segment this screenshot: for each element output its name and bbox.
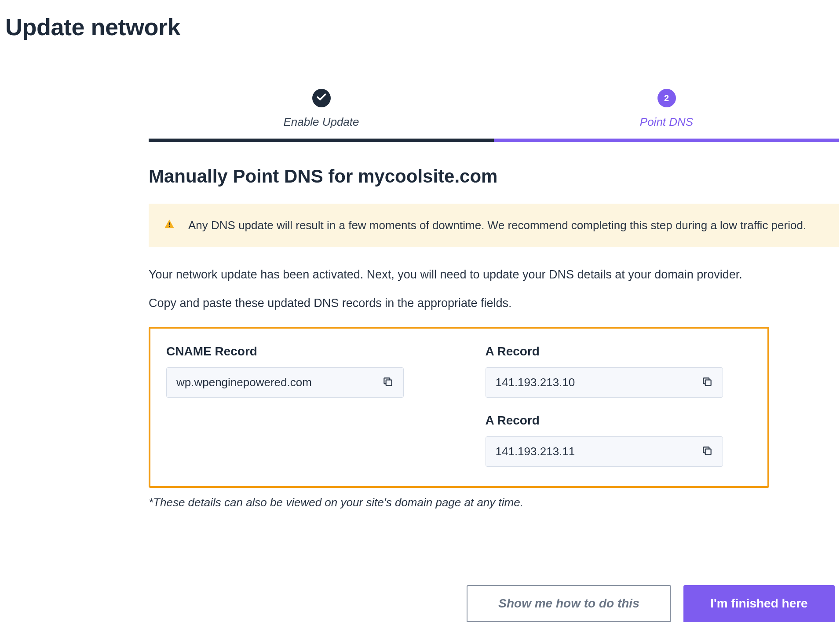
footnote: *These details can also be viewed on you… bbox=[149, 496, 839, 509]
records-col-right: A Record 141.193.213.10 A Record 141.193… bbox=[486, 344, 752, 467]
a-record-2-field: 141.193.213.11 bbox=[486, 436, 723, 467]
step-active-circle: 2 bbox=[657, 89, 676, 107]
step-label-point-dns: Point DNS bbox=[494, 115, 839, 129]
copy-icon bbox=[701, 376, 713, 389]
warning-text: Any DNS update will result in a few mome… bbox=[188, 217, 806, 234]
warning-alert: Any DNS update will result in a few mome… bbox=[149, 204, 839, 247]
page-title: Update network bbox=[5, 13, 840, 40]
svg-rect-4 bbox=[705, 449, 711, 455]
main-content: Enable Update 2 Point DNS Manually Point… bbox=[149, 89, 839, 509]
cname-record-value: wp.wpenginepowered.com bbox=[176, 376, 312, 389]
stepper: Enable Update 2 Point DNS bbox=[149, 89, 839, 139]
cname-record-label: CNAME Record bbox=[166, 344, 433, 359]
step-point-dns: 2 Point DNS bbox=[494, 89, 839, 139]
dns-records-box: CNAME Record wp.wpenginepowered.com A Re… bbox=[149, 327, 769, 488]
show-me-how-button[interactable]: Show me how to do this bbox=[467, 585, 671, 622]
body-line-1: Your network update has been activated. … bbox=[149, 266, 839, 284]
cname-record-field: wp.wpenginepowered.com bbox=[166, 367, 404, 398]
a-record-2-label: A Record bbox=[486, 413, 752, 428]
footer-actions: Show me how to do this I'm finished here bbox=[0, 585, 840, 622]
a-record-1-field: 141.193.213.10 bbox=[486, 367, 723, 398]
step-done-circle bbox=[312, 89, 331, 107]
warning-icon bbox=[164, 219, 175, 232]
step-label-enable-update: Enable Update bbox=[149, 115, 494, 129]
step-bar-seg-done bbox=[149, 139, 494, 142]
a-record-2-block: A Record 141.193.213.11 bbox=[486, 413, 752, 467]
copy-a1-button[interactable] bbox=[701, 376, 713, 389]
a-record-1-block: A Record 141.193.213.10 bbox=[486, 344, 752, 398]
copy-cname-button[interactable] bbox=[382, 376, 394, 389]
svg-rect-0 bbox=[169, 223, 170, 226]
svg-rect-2 bbox=[386, 380, 392, 386]
step-bar-seg-active bbox=[494, 139, 839, 142]
a-record-1-value: 141.193.213.10 bbox=[496, 376, 575, 389]
svg-rect-3 bbox=[705, 380, 711, 386]
cname-record-block: CNAME Record wp.wpenginepowered.com bbox=[166, 344, 433, 398]
body-line-2: Copy and paste these updated DNS records… bbox=[149, 294, 839, 312]
copy-icon bbox=[701, 445, 713, 458]
a-record-1-label: A Record bbox=[486, 344, 752, 359]
records-col-left: CNAME Record wp.wpenginepowered.com bbox=[166, 344, 433, 467]
step-progress-bar bbox=[149, 139, 839, 142]
a-record-2-value: 141.193.213.11 bbox=[496, 445, 575, 458]
check-icon bbox=[316, 91, 327, 105]
finished-button[interactable]: I'm finished here bbox=[683, 585, 835, 622]
section-title: Manually Point DNS for mycoolsite.com bbox=[149, 166, 839, 187]
step-enable-update: Enable Update bbox=[149, 89, 494, 139]
svg-rect-1 bbox=[169, 226, 170, 227]
copy-a2-button[interactable] bbox=[701, 445, 713, 458]
copy-icon bbox=[382, 376, 394, 389]
